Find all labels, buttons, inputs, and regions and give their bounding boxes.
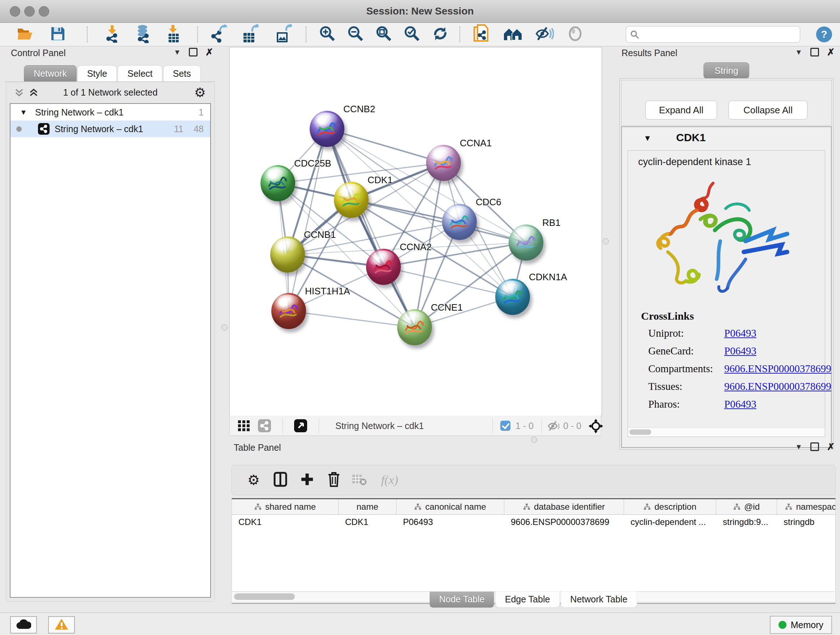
column-header-database-identifier[interactable]: database identifier xyxy=(504,499,624,515)
hide-selected-icon[interactable] xyxy=(535,25,554,43)
network-options-gear-icon[interactable]: ⚙ xyxy=(194,85,206,100)
right-splitter-grip[interactable] xyxy=(603,238,609,244)
results-horizontal-scrollbar[interactable] xyxy=(628,428,825,437)
column-header-description[interactable]: description xyxy=(624,499,716,515)
node-CCNB1[interactable] xyxy=(270,236,305,272)
zoom-fit-icon[interactable] xyxy=(375,25,393,44)
crosslink-link[interactable]: 9606.ENSP00000378699 xyxy=(724,380,831,393)
node-RB1[interactable] xyxy=(508,225,543,261)
node-CCNA1[interactable] xyxy=(426,145,461,181)
import-table-icon[interactable] xyxy=(166,24,181,44)
table-options-gear-icon[interactable]: ⚙ xyxy=(248,472,260,488)
tab-select[interactable]: Select xyxy=(118,65,162,81)
hidden-eye-icon[interactable] xyxy=(547,420,561,433)
column-header-name[interactable]: name xyxy=(339,499,396,515)
left-splitter-grip[interactable] xyxy=(221,325,227,331)
node-CCNB2[interactable] xyxy=(309,111,344,147)
tab-style[interactable]: Style xyxy=(77,65,117,81)
crosslink-link[interactable]: P06493 xyxy=(724,345,756,357)
fit-content-icon[interactable] xyxy=(589,419,603,435)
crosslink-link[interactable]: 9606.ENSP00000378699 xyxy=(724,363,831,375)
results-panel-menu-icon[interactable]: ▼ xyxy=(795,48,802,57)
node-HIST1H1A[interactable] xyxy=(271,293,306,329)
table-cell[interactable]: cyclin-dependent ... xyxy=(624,515,716,529)
open-session-icon[interactable] xyxy=(17,27,34,42)
crosslink-link[interactable]: P06493 xyxy=(724,327,756,339)
selected-nodes-checkbox[interactable] xyxy=(500,421,510,431)
bottom-splitter-grip[interactable] xyxy=(531,437,537,443)
table-cell[interactable]: CDK1 xyxy=(232,515,339,529)
tab-sets[interactable]: Sets xyxy=(163,65,201,81)
edge-HIST1H1A-CCNE1[interactable] xyxy=(289,311,415,327)
network-collection-row[interactable]: ▼ String Network – cdk1 1 xyxy=(11,104,210,120)
home-icon[interactable] xyxy=(503,26,523,43)
node-CCNA2[interactable] xyxy=(366,249,401,285)
network-share-icon[interactable] xyxy=(258,419,271,432)
memory-button[interactable]: Memory xyxy=(770,616,832,634)
column-header--id[interactable]: @id xyxy=(716,499,777,515)
protein-section-header[interactable]: ▼ CDK1 xyxy=(622,127,831,149)
column-header-shared-name[interactable]: shared name xyxy=(232,499,339,515)
zoom-out-icon[interactable] xyxy=(347,25,364,44)
node-CCNE1[interactable] xyxy=(397,309,432,345)
table-row[interactable]: CDK1CDK1P064939606.ENSP00000378699cyclin… xyxy=(232,515,835,529)
network-canvas[interactable]: CCNB2CCNA1CDC25BCDK1CDC6RB1CCNB1CCNA2CDK… xyxy=(229,47,602,416)
edge-CCNB2-CCNE1[interactable] xyxy=(327,129,415,327)
table-cell[interactable]: 9606.ENSP00000378699 xyxy=(504,515,624,529)
export-image-icon[interactable] xyxy=(275,24,292,44)
tab-network-table[interactable]: Network Table xyxy=(561,592,637,608)
save-session-icon[interactable] xyxy=(50,26,65,43)
table-panel-close-icon[interactable]: ✗ xyxy=(827,443,835,450)
delete-column-icon[interactable] xyxy=(328,472,340,488)
tab-node-table[interactable]: Node Table xyxy=(429,592,494,608)
control-panel-float-icon[interactable] xyxy=(189,48,197,57)
zoom-selected-icon[interactable] xyxy=(403,25,421,44)
show-columns-icon[interactable] xyxy=(273,472,287,488)
control-panel-close-icon[interactable]: ✗ xyxy=(205,49,213,55)
import-network-database-icon[interactable] xyxy=(134,24,151,44)
edge-CCNB2-CCNA1[interactable] xyxy=(327,129,444,163)
results-panel-close-icon[interactable]: ✗ xyxy=(827,49,835,55)
tab-network[interactable]: Network xyxy=(24,65,77,81)
birds-eye-view-icon[interactable] xyxy=(238,420,250,433)
network-row-selected[interactable]: String Network – cdk1 11 48 xyxy=(11,120,210,137)
column-header-canonical-name[interactable]: canonical name xyxy=(396,499,504,515)
export-network-icon[interactable] xyxy=(210,25,227,44)
table-panel-float-icon[interactable] xyxy=(810,442,819,451)
open-in-window-icon[interactable] xyxy=(294,419,307,432)
delete-table-icon[interactable] xyxy=(352,473,367,487)
control-panel-menu-icon[interactable]: ▼ xyxy=(174,48,181,57)
edge-CCNB2-HIST1H1A[interactable] xyxy=(289,129,327,311)
export-table-icon[interactable] xyxy=(242,24,259,44)
show-graphics-details-icon[interactable] xyxy=(567,26,584,43)
table-cell[interactable]: stringdb xyxy=(777,515,836,529)
node-CDC6[interactable] xyxy=(442,204,477,240)
node-CDKN1A[interactable] xyxy=(495,279,530,315)
zoom-in-icon[interactable] xyxy=(319,25,336,44)
crosslink-link[interactable]: P06493 xyxy=(724,398,756,410)
edge-CCNA2-CDKN1A[interactable] xyxy=(384,267,513,297)
help-button[interactable]: ? xyxy=(816,27,832,42)
search-input[interactable] xyxy=(626,26,800,43)
protein-collapse-icon[interactable]: ▼ xyxy=(644,134,652,143)
table-cell[interactable]: stringdb:9... xyxy=(716,515,777,529)
table-cell[interactable]: CDK1 xyxy=(339,515,396,529)
function-builder-icon[interactable]: f(x) xyxy=(381,473,398,487)
node-CDK1[interactable] xyxy=(334,182,369,218)
expand-all-button[interactable]: Expand All xyxy=(645,101,717,119)
import-network-file-icon[interactable] xyxy=(104,25,120,44)
tab-edge-table[interactable]: Edge Table xyxy=(495,592,560,608)
add-column-icon[interactable] xyxy=(300,472,314,488)
table-cell[interactable]: P06493 xyxy=(396,515,504,529)
results-panel-float-icon[interactable] xyxy=(810,48,819,57)
column-header-namespace[interactable]: namespace xyxy=(777,499,836,515)
warnings-button[interactable] xyxy=(48,616,75,633)
cloud-button[interactable] xyxy=(10,616,37,633)
tab-string[interactable]: String xyxy=(703,62,749,79)
refresh-icon[interactable] xyxy=(431,25,449,44)
clone-network-icon[interactable] xyxy=(473,24,489,44)
node-CDC25B[interactable] xyxy=(261,165,295,201)
collection-expand-icon[interactable]: ▼ xyxy=(20,108,27,117)
collapse-all-button[interactable]: Collapse All xyxy=(729,101,807,119)
table-panel-menu-icon[interactable]: ▼ xyxy=(795,443,802,451)
